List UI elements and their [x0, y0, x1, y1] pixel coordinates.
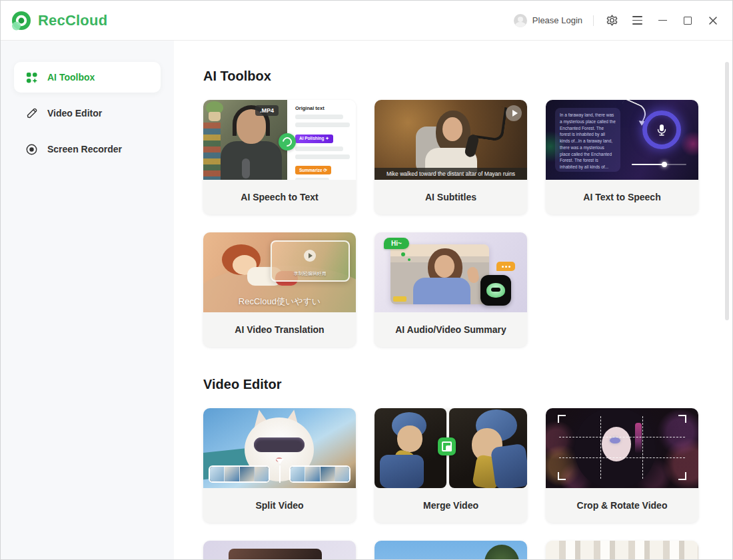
maximize-button[interactable] — [680, 13, 695, 28]
microphone-icon — [656, 124, 667, 136]
card-title: AI Subtitles — [374, 180, 527, 214]
card-ai-video-translation[interactable]: 录制轻编辑好用 RecCloud使いやすい AI Video Translati… — [203, 232, 356, 347]
ai-toolbox-grid: .MP4 Original text AI Polishing ✦ Summar… — [203, 100, 732, 347]
play-icon — [304, 250, 316, 262]
card-thumbnail — [546, 408, 698, 488]
card-thumbnail — [374, 541, 527, 559]
close-icon — [708, 16, 718, 25]
minimize-button[interactable] — [655, 13, 670, 28]
inset-caption: 录制轻编辑好用 — [272, 270, 349, 277]
card-title: Crop & Rotate Video — [546, 488, 698, 523]
main-content: AI Toolbox .MP4 Original text AI Polishi… — [174, 41, 732, 559]
card-thumbnail — [374, 408, 527, 488]
translated-caption: RecCloud使いやすい — [203, 296, 356, 308]
pencil-icon — [25, 107, 38, 120]
pip-inset-frame: 录制轻编辑好用 — [271, 240, 350, 282]
section-title-ai-toolbox: AI Toolbox — [203, 69, 732, 84]
card-ai-subtitles[interactable]: Mike walked toward the distant altar of … — [374, 100, 527, 214]
sidebar-item-label: Video Editor — [47, 108, 102, 119]
sidebar: AI Toolbox Video Editor Screen Recorder — [1, 41, 174, 559]
menu-button[interactable] — [630, 13, 644, 28]
close-button[interactable] — [706, 13, 720, 28]
user-avatar[interactable] — [514, 14, 527, 27]
original-text-label: Original text — [295, 105, 350, 111]
reccloud-logo-icon — [11, 11, 31, 31]
settings-button[interactable] — [604, 13, 619, 28]
card-thumbnail — [546, 541, 698, 559]
card-merge-video[interactable]: Merge Video — [374, 408, 527, 523]
reccloud-badge-icon — [279, 133, 296, 150]
card-thumbnail: .MP4 Original text AI Polishing ✦ Summar… — [203, 100, 356, 180]
ai-robot-mascot-icon — [480, 275, 511, 306]
card-title: AI Text to Speech — [546, 180, 698, 214]
filmstrip-right — [289, 465, 351, 483]
audio-progress-slider — [632, 164, 686, 166]
card-thumbnail: Mike walked toward the distant altar of … — [374, 100, 527, 180]
record-icon — [25, 143, 38, 156]
card-crop-rotate-video[interactable]: Crop & Rotate Video — [546, 408, 698, 523]
card-ai-text-to-speech[interactable]: In a faraway land, there was a mysteriou… — [546, 100, 698, 214]
app-logo: RecCloud — [11, 11, 107, 31]
card-title: Split Video — [203, 488, 356, 523]
vertical-scrollbar[interactable] — [725, 62, 729, 320]
minimize-icon — [658, 20, 667, 21]
sidebar-item-label: Screen Recorder — [47, 144, 122, 154]
ai-polishing-badge: AI Polishing ✦ — [295, 135, 333, 143]
video-editor-grid: Split Video Merge Video — [203, 408, 732, 559]
split-marker-icon — [279, 465, 281, 483]
title-bar: RecCloud Please Login — [1, 1, 732, 41]
card-title: AI Audio/Video Summary — [374, 312, 527, 347]
app-window: RecCloud Please Login — [0, 0, 733, 560]
tts-passage: In a faraway land, there was a mysteriou… — [555, 108, 620, 172]
sidebar-item-video-editor[interactable]: Video Editor — [14, 98, 161, 129]
glow-ring — [642, 111, 681, 149]
card-title: Merge Video — [374, 488, 527, 523]
video-inset — [390, 244, 489, 304]
section-title-video-editor: Video Editor — [203, 377, 732, 392]
card-ai-audio-video-summary[interactable]: Hi~ AI Audio/Video Summary — [374, 232, 527, 347]
merge-icon — [438, 437, 456, 455]
format-badge: .MP4 — [255, 105, 279, 116]
ai-toolbox-icon — [25, 71, 38, 84]
app-title: RecCloud — [38, 12, 107, 29]
summarize-badge: Summarize ⟳ — [295, 166, 331, 174]
typing-dots-bubble-icon — [496, 262, 515, 271]
header-divider — [593, 15, 594, 26]
sidebar-item-ai-toolbox[interactable]: AI Toolbox — [14, 62, 161, 93]
card-partial-2[interactable] — [374, 541, 527, 559]
hamburger-menu-icon — [632, 16, 642, 25]
card-thumbnail: Hi~ — [374, 232, 527, 312]
sidebar-item-screen-recorder[interactable]: Screen Recorder — [14, 134, 161, 164]
card-thumbnail — [203, 408, 356, 488]
card-partial-3[interactable] — [546, 541, 698, 559]
card-thumbnail: 录制轻编辑好用 RecCloud使いやすい — [203, 232, 356, 312]
subtitle-caption: Mike walked toward the distant altar of … — [374, 168, 527, 180]
card-title: AI Speech to Text — [203, 180, 356, 214]
card-thumbnail — [203, 541, 356, 559]
card-thumbnail: In a faraway land, there was a mysteriou… — [546, 100, 698, 180]
card-split-video[interactable]: Split Video — [203, 408, 356, 523]
filmstrip-left — [209, 465, 270, 483]
login-link[interactable]: Please Login — [532, 15, 582, 25]
greeting-bubble: Hi~ — [384, 238, 409, 249]
maximize-icon — [684, 17, 692, 25]
sidebar-item-label: AI Toolbox — [47, 72, 95, 83]
play-icon — [506, 105, 522, 121]
gear-icon — [606, 14, 618, 27]
card-ai-speech-to-text[interactable]: .MP4 Original text AI Polishing ✦ Summar… — [203, 100, 356, 214]
card-title: AI Video Translation — [203, 312, 356, 347]
crop-overlay — [559, 416, 685, 479]
card-partial-1[interactable] — [203, 541, 356, 559]
